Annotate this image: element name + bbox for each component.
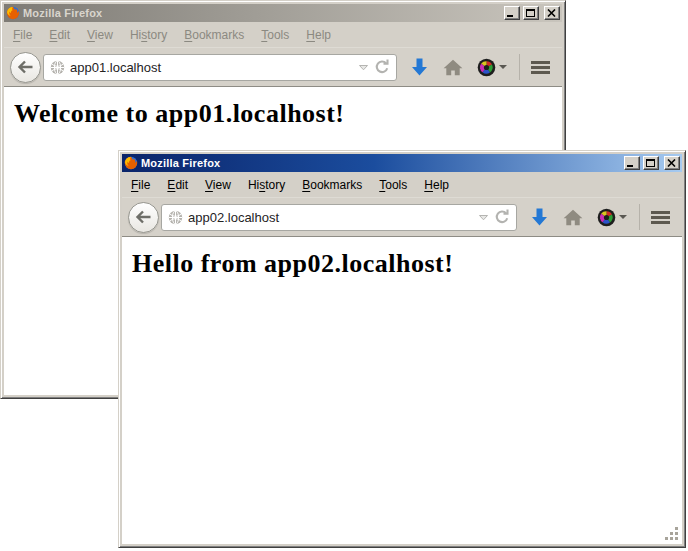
menu-bookmarks[interactable]: Bookmarks [184,28,244,42]
home-icon [443,59,463,76]
home-button[interactable] [443,59,463,76]
window-title: Mozilla Firefox [141,157,220,169]
titlebar[interactable]: Mozilla Firefox [122,154,682,172]
hamburger-icon [531,61,550,64]
minimize-button[interactable] [624,156,640,170]
site-identity-globe-icon[interactable] [168,210,183,225]
maximize-button[interactable] [643,156,659,170]
download-arrow-icon [530,207,549,227]
menu-view[interactable]: View [205,178,231,192]
menu-bookmarks[interactable]: Bookmarks [302,178,362,192]
menu-bar: File Edit View History Bookmarks Tools H… [4,22,562,47]
menu-help[interactable]: Help [424,178,449,192]
resize-grip-icon[interactable] [675,537,678,540]
firefox-icon [6,6,20,20]
navigation-toolbar [122,197,682,237]
firefox-icon [124,156,138,170]
back-arrow-icon [17,60,34,74]
close-icon [547,9,556,17]
app-menu-button[interactable] [531,61,550,74]
minimize-button[interactable] [504,6,520,20]
close-icon [667,159,676,167]
back-button[interactable] [128,202,159,233]
reload-icon[interactable] [494,209,511,225]
color-wheel-icon [597,208,616,227]
url-dropdown-icon[interactable] [358,64,369,71]
home-icon [563,209,583,226]
menu-help[interactable]: Help [306,28,331,42]
app-menu-button[interactable] [651,211,670,224]
toolbar-separator [639,204,640,230]
navigation-toolbar [4,47,562,87]
menu-tools[interactable]: Tools [379,178,407,192]
page-heading: Hello from app02.localhost! [132,249,682,279]
url-bar[interactable] [43,54,397,81]
url-bar[interactable] [161,204,517,231]
download-arrow-icon [410,57,429,77]
addon-button[interactable] [597,208,627,227]
page-heading: Welcome to app01.localhost! [14,99,562,129]
maximize-icon [646,159,655,167]
toolbar-separator [519,54,520,80]
download-button[interactable] [530,207,549,227]
back-button[interactable] [10,52,41,83]
titlebar[interactable]: Mozilla Firefox [4,4,562,22]
menu-edit[interactable]: Edit [167,178,188,192]
back-arrow-icon [135,210,152,224]
addon-caret-icon [499,65,507,69]
maximize-button[interactable] [523,6,539,20]
menu-file[interactable]: File [131,178,150,192]
menu-bar: File Edit View History Bookmarks Tools H… [122,172,682,197]
menu-tools[interactable]: Tools [261,28,289,42]
home-button[interactable] [563,209,583,226]
addon-button[interactable] [477,58,507,77]
url-input[interactable] [188,207,473,227]
window-title: Mozilla Firefox [23,7,102,19]
browser-window-app02[interactable]: Mozilla Firefox File Edit View History B… [118,150,686,548]
hamburger-icon [651,211,670,214]
menu-edit[interactable]: Edit [49,28,70,42]
reload-icon[interactable] [374,59,391,75]
site-identity-globe-icon[interactable] [50,60,65,75]
minimize-icon [507,15,513,17]
menu-history[interactable]: History [248,178,285,192]
addon-caret-icon [619,215,627,219]
url-dropdown-icon[interactable] [478,214,489,221]
color-wheel-icon [477,58,496,77]
close-button[interactable] [544,6,560,20]
minimize-icon [627,165,633,167]
menu-view[interactable]: View [87,28,113,42]
url-input[interactable] [70,57,353,77]
close-button[interactable] [664,156,680,170]
menu-history[interactable]: History [130,28,167,42]
download-button[interactable] [410,57,429,77]
maximize-icon [526,9,535,17]
menu-file[interactable]: File [13,28,32,42]
page-content: Hello from app02.localhost! [122,237,682,544]
